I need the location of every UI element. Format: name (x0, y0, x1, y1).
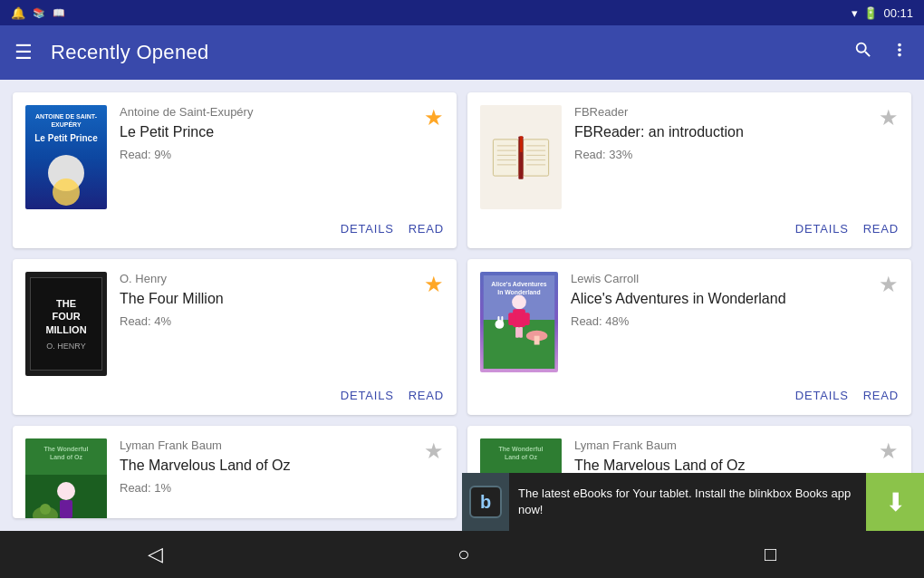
back-button[interactable]: ◁ (148, 543, 163, 566)
menu-icon[interactable]: ☰ (14, 41, 33, 64)
svg-rect-24 (534, 336, 540, 345)
blinkbox-logo: b (480, 492, 491, 513)
card-actions: DETAILS READ (25, 383, 444, 402)
book-title: Le Petit Prince (120, 124, 444, 140)
svg-text:In Wonderland: In Wonderland (497, 289, 541, 295)
book-card-top: The Wonderful Land of Oz OZ Lyman Frank … (25, 438, 444, 518)
book-progress: Read: 1% (120, 481, 444, 495)
alice-svg: Alice's Adventures In Wonderland (483, 275, 555, 369)
svg-text:Land of Oz: Land of Oz (505, 454, 538, 460)
details-button[interactable]: DETAILS (795, 222, 849, 236)
status-bar-right: ▾ 🔋 00:11 (852, 6, 913, 20)
read-button[interactable]: READ (863, 389, 899, 402)
wifi-icon: ▾ (852, 6, 858, 20)
book-progress: Read: 33% (574, 148, 899, 161)
recent-apps-button[interactable]: □ (765, 543, 776, 566)
open-book-svg (489, 126, 553, 189)
book-title: The Marvelous Land of Oz (574, 458, 899, 474)
svg-rect-29 (501, 316, 503, 323)
svg-text:The Wonderful: The Wonderful (499, 446, 544, 452)
read-button[interactable]: READ (409, 389, 444, 402)
book-title: Alice's Adventures in Wonderland (571, 291, 899, 307)
search-icon[interactable] (853, 40, 873, 65)
clock: 00:11 (883, 6, 913, 20)
book-card-fbreader: FBReader FBReader: an introduction Read:… (467, 92, 911, 248)
book-progress: Read: 4% (120, 314, 444, 328)
ad-download-button[interactable]: ⬇ (866, 473, 924, 531)
book-author: Lewis Carroll (571, 272, 899, 285)
svg-rect-19 (508, 313, 515, 325)
book-author: Antoine de Saint-Exupéry (120, 105, 444, 119)
book-cover-alice: Alice's Adventures In Wonderland (480, 272, 558, 372)
book-card-petit-prince: ANTOINE DE SAINT-EXUPÉRYLe Petit Prince … (13, 92, 457, 248)
notification-icon-2: 📚 (33, 7, 45, 19)
ad-banner: b The latest eBooks for Your tablet. Ins… (462, 473, 924, 531)
home-button[interactable]: ○ (457, 543, 469, 566)
svg-point-34 (57, 482, 75, 500)
svg-point-17 (512, 295, 526, 310)
book-progress: Read: 9% (120, 148, 444, 161)
battery-icon: 🔋 (863, 6, 878, 20)
book-info-fbreader: FBReader FBReader: an introduction Read:… (574, 105, 899, 209)
svg-point-37 (40, 504, 51, 515)
read-button[interactable]: READ (409, 222, 444, 236)
svg-rect-35 (60, 500, 72, 518)
book-grid: ANTOINE DE SAINT-EXUPÉRYLe Petit Prince … (0, 80, 924, 531)
cover-inner: THEFOURMILLION O. HENRY (30, 277, 102, 371)
nav-bar: ◁ ○ □ (0, 531, 924, 578)
status-bar-left: 🔔 📚 📖 (11, 6, 65, 20)
app-bar-right (853, 40, 910, 65)
star-icon-filled[interactable]: ★ (424, 105, 444, 130)
svg-text:Land of Oz: Land of Oz (50, 454, 83, 460)
svg-text:Alice's Adventures: Alice's Adventures (491, 281, 546, 287)
app-bar: ☰ Recently Opened (0, 25, 924, 80)
ad-text: The latest eBooks for Your tablet. Insta… (509, 486, 866, 518)
book-card-top: Alice's Adventures In Wonderland Lewis C… (480, 272, 899, 376)
ad-app-icon: b (462, 473, 509, 531)
cover-author-text: O. HENRY (46, 342, 85, 351)
star-icon-filled[interactable]: ★ (424, 272, 444, 297)
oz-cover-svg: The Wonderful Land of Oz OZ (25, 438, 107, 518)
star-icon-empty[interactable]: ★ (879, 105, 899, 130)
details-button[interactable]: DETAILS (341, 222, 394, 236)
svg-rect-20 (523, 313, 530, 325)
book-cover-fbreader (480, 105, 562, 209)
book-title: The Marvelous Land of Oz (120, 458, 444, 474)
star-icon-empty[interactable]: ★ (879, 272, 899, 297)
svg-rect-22 (519, 327, 523, 338)
book-card-top: FBReader FBReader: an introduction Read:… (480, 105, 899, 209)
book-card-alice: Alice's Adventures In Wonderland Lewis C… (467, 259, 911, 415)
card-actions: DETAILS READ (480, 217, 899, 236)
notification-icon-3: 📖 (53, 7, 65, 19)
page-title: Recently Opened (51, 41, 209, 64)
cover-title-text: THEFOURMILLION (45, 297, 86, 336)
details-button[interactable]: DETAILS (795, 389, 849, 402)
star-icon-empty[interactable]: ★ (424, 438, 444, 464)
read-button[interactable]: READ (863, 222, 899, 236)
details-button[interactable]: DETAILS (341, 389, 394, 402)
svg-rect-13 (520, 136, 523, 152)
star-icon-empty[interactable]: ★ (879, 438, 899, 464)
book-cover-four-million: THEFOURMILLION O. HENRY (25, 272, 107, 376)
card-actions: DETAILS READ (480, 383, 899, 402)
book-info-oz-left: Lyman Frank Baum The Marvelous Land of O… (120, 438, 444, 518)
book-author: O. Henry (120, 272, 444, 285)
book-title: FBReader: an introduction (574, 124, 899, 140)
svg-rect-6 (524, 139, 549, 175)
book-card-four-million: THEFOURMILLION O. HENRY O. Henry The Fou… (13, 259, 457, 415)
book-cover-petit-prince: ANTOINE DE SAINT-EXUPÉRYLe Petit Prince (25, 105, 107, 209)
svg-rect-0 (493, 139, 518, 175)
notification-icon-1: 🔔 (11, 6, 25, 20)
book-card-top: THEFOURMILLION O. HENRY O. Henry The Fou… (25, 272, 444, 376)
book-card-oz-left: The Wonderful Land of Oz OZ Lyman Frank … (13, 426, 457, 518)
svg-text:The Wonderful: The Wonderful (44, 446, 89, 452)
more-options-icon[interactable] (890, 40, 910, 65)
book-progress: Read: 48% (571, 314, 899, 328)
download-icon: ⬇ (885, 487, 906, 517)
svg-rect-28 (497, 316, 499, 323)
book-author: Lyman Frank Baum (574, 438, 899, 452)
planet-decoration (53, 178, 80, 206)
status-bar: 🔔 📚 📖 ▾ 🔋 00:11 (0, 0, 924, 25)
app-bar-left: ☰ Recently Opened (14, 41, 209, 64)
svg-rect-21 (515, 327, 519, 338)
